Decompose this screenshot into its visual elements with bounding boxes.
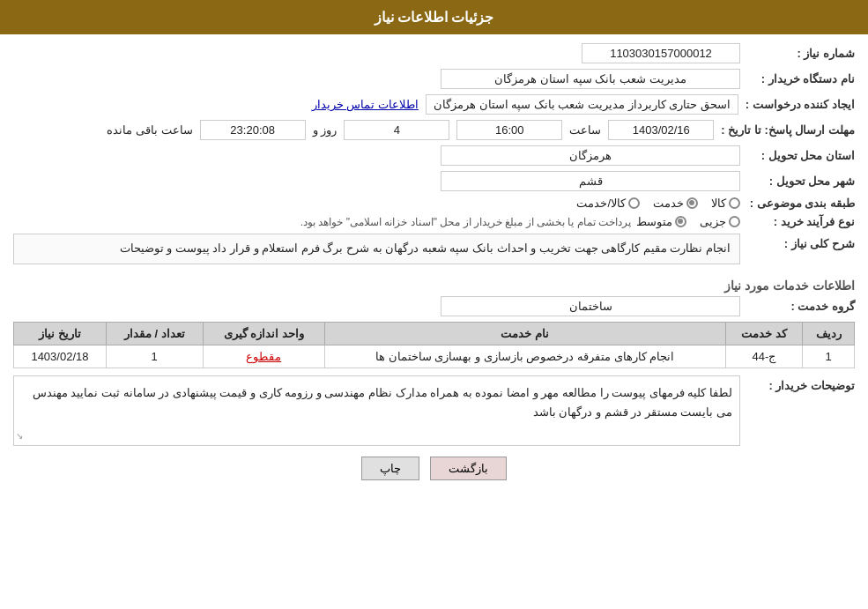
mohlat-remaining-label: ساعت باقی مانده: [107, 123, 192, 137]
cell-tarikh: 1403/02/18: [14, 345, 107, 368]
col-vahed: واحد اندازه گیری: [203, 322, 324, 345]
goroh-khedmat-value: ساختمان: [441, 296, 740, 316]
ostan-tahvil-value: هرمزگان: [441, 145, 740, 166]
services-table: ردیف کد خدمت نام خدمت واحد اندازه گیری ت…: [13, 322, 855, 368]
khadamat-section-title: اطلاعات خدمات مورد نیاز: [13, 279, 855, 293]
table-row: 1 ج-44 انجام کارهای متفرقه درخصوص بازساز…: [14, 345, 855, 368]
noe-jozyi-item[interactable]: جزیی: [700, 215, 740, 228]
col-tedad: تعداد / مقدار: [106, 322, 203, 345]
mohlat-remaining: 23:20:08: [200, 120, 306, 140]
tabaqe-kala-khedmat-item[interactable]: کالا/خدمت: [576, 197, 640, 210]
mohlat-row: مهلت ارسال پاسخ: تا تاریخ : 1403/02/16 س…: [13, 120, 855, 140]
col-radif: ردیف: [803, 322, 855, 345]
back-button[interactable]: بازگشت: [430, 457, 507, 480]
tabaqe-radio-group: کالا خدمت کالا/خدمت: [576, 197, 740, 210]
tawzih-row: توضیحات خریدار : لطفا کلیه فرمهای پیوست …: [13, 375, 855, 446]
col-kod-khedmat: کد خدمت: [725, 322, 803, 345]
cell-kod-khedmat: ج-44: [725, 345, 803, 368]
noe-notice: پرداخت تمام یا بخشی از مبلغ خریدار از مح…: [300, 216, 631, 228]
tabaqe-khedmat-item[interactable]: خدمت: [653, 197, 698, 210]
tabaqe-khedmat-radio[interactable]: [686, 197, 698, 209]
col-name-khedmat: نام خدمت: [324, 322, 725, 345]
cell-name-khedmat: انجام کارهای متفرقه درخصوص بازسازی و بهس…: [324, 345, 725, 368]
ijad-konande-row: ایجاد کننده درخواست : اسحق حتاری کاربردا…: [13, 94, 855, 115]
noe-motavaset-label: متوسط: [636, 215, 672, 228]
sharh-label: شرح کلی نیاز :: [740, 234, 855, 250]
shahr-tahvil-value: قشم: [441, 171, 740, 191]
noe-radio-group: جزیی متوسط: [636, 215, 740, 228]
ijad-konande-label: ایجاد کننده درخواست :: [738, 98, 855, 111]
noe-jozyi-label: جزیی: [700, 215, 726, 228]
cell-tedad: 1: [106, 345, 203, 368]
sharh-row: شرح کلی نیاز : انجام نظارت مقیم کارگاهی …: [13, 234, 855, 271]
mohlat-rooz: 4: [344, 120, 449, 140]
tabaqe-label: طبقه بندی موضوعی :: [740, 197, 855, 210]
mohlat-rooz-label: روز و: [313, 123, 338, 137]
tawzih-value: لطفا کلیه فرمهای پیوست را مطالعه مهر و ا…: [13, 375, 740, 446]
goroh-khedmat-label: گروه خدمت :: [740, 300, 855, 313]
goroh-khedmat-row: گروه خدمت : ساختمان: [13, 296, 855, 316]
noe-motavaset-radio[interactable]: [675, 216, 686, 227]
mohlat-saat: 16:00: [456, 120, 562, 140]
tabaqe-row: طبقه بندی موضوعی : کالا خدمت کالا/خدمت: [13, 197, 855, 210]
tabaqe-kala-radio[interactable]: [729, 197, 740, 209]
mohlat-saat-label: ساعت: [569, 123, 601, 137]
page-title: جزئیات اطلاعات نیاز: [375, 10, 494, 25]
tabaqe-kala-item[interactable]: کالا: [711, 197, 740, 210]
shomara-niaz-row: شماره نیاز : 1103030157000012: [13, 43, 855, 63]
page-header: جزئیات اطلاعات نیاز: [0, 0, 868, 34]
etelaaat-tamas-link[interactable]: اطلاعات تماس خریدار: [312, 98, 419, 111]
tabaqe-kala-khedmat-radio[interactable]: [628, 197, 640, 209]
noe-jozyi-radio[interactable]: [729, 216, 740, 227]
shomara-niaz-label: شماره نیاز :: [740, 47, 855, 60]
mohlat-label: مهلت ارسال پاسخ: تا تاریخ :: [714, 123, 855, 137]
mohlat-date: 1403/02/16: [608, 120, 714, 140]
shomara-niaz-value: 1103030157000012: [582, 43, 740, 63]
ostan-tahvil-row: استان محل تحویل : هرمزگان: [13, 145, 855, 166]
shahr-tahvil-label: شهر محل تحویل :: [740, 175, 855, 188]
ijad-konande-value: اسحق حتاری کاربرداز مدیریت شعب بانک سپه …: [426, 94, 738, 115]
ostan-tahvil-label: استان محل تحویل :: [740, 149, 855, 162]
print-button[interactable]: چاپ: [361, 457, 419, 480]
cell-radif: 1: [803, 345, 855, 368]
noe-farayand-label: نوع فرآیند خرید :: [740, 215, 855, 228]
nam-dasgah-label: نام دستگاه خریدار :: [740, 72, 855, 85]
noe-farayand-row: نوع فرآیند خرید : جزیی متوسط پرداخت تمام…: [13, 215, 855, 228]
shahr-tahvil-row: شهر محل تحویل : قشم: [13, 171, 855, 191]
tabaqe-kala-label: کالا: [711, 197, 726, 210]
nam-dasgah-value: مدیریت شعب بانک سپه استان هرمزگان: [441, 69, 740, 89]
tawzih-label: توضیحات خریدار :: [740, 375, 855, 392]
nam-dasgah-row: نام دستگاه خریدار : مدیریت شعب بانک سپه …: [13, 69, 855, 89]
sharh-value: انجام نظارت مقیم کارگاهی جهت تخریب و احد…: [13, 234, 740, 264]
resize-icon: ↘: [16, 428, 23, 443]
cell-vahed: مقطوع: [203, 345, 324, 368]
col-tarikh: تاریخ نیاز: [14, 322, 107, 345]
tabaqe-khedmat-label: خدمت: [653, 197, 684, 210]
tabaqe-kala-khedmat-label: کالا/خدمت: [576, 197, 626, 210]
button-row: بازگشت چاپ: [13, 457, 855, 494]
noe-motavaset-item[interactable]: متوسط: [636, 215, 686, 228]
